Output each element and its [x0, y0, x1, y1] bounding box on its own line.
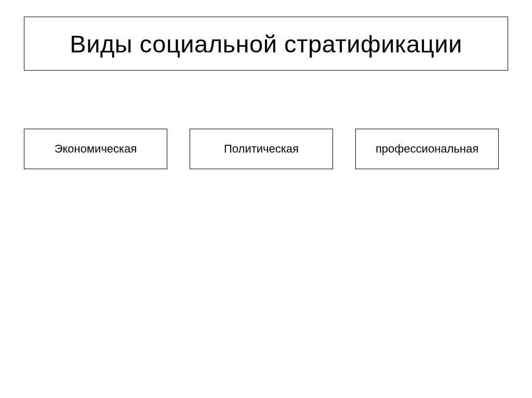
title-box: Виды социальной стратификации: [24, 17, 508, 71]
category-box-professional: профессиональная: [355, 129, 499, 169]
category-label: Политическая: [224, 142, 299, 156]
category-label: профессиональная: [376, 142, 478, 156]
category-box-economic: Экономическая: [24, 129, 167, 169]
category-label: Экономическая: [55, 142, 137, 156]
page-title: Виды социальной стратификации: [70, 30, 462, 58]
category-box-political: Политическая: [190, 129, 333, 169]
